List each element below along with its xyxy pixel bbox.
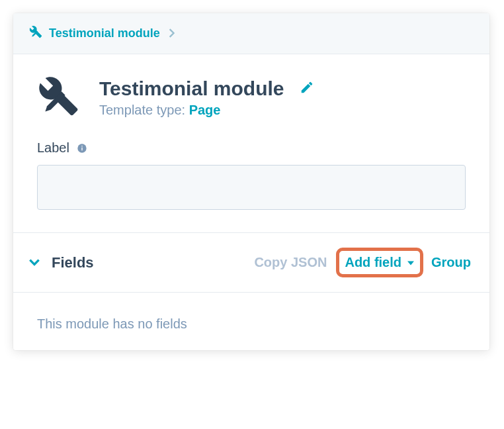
add-field-highlight: Add field	[336, 248, 423, 277]
svg-rect-2	[81, 146, 82, 146]
group-button[interactable]: Group	[431, 255, 471, 270]
chevron-down-icon[interactable]	[29, 256, 40, 269]
breadcrumb-label[interactable]: Testimonial module	[49, 26, 160, 40]
tools-icon	[29, 25, 42, 42]
template-type-prefix: Template type:	[99, 103, 189, 117]
label-row: Label	[37, 140, 466, 156]
label-input[interactable]	[37, 165, 466, 210]
chevron-right-icon	[168, 26, 175, 41]
fields-header: Fields Copy JSON Add field Group	[13, 232, 489, 293]
add-field-label: Add field	[345, 255, 401, 270]
title-row: Testimonial module	[99, 77, 314, 100]
svg-rect-1	[81, 147, 82, 150]
paintbrush-wrench-icon	[37, 74, 81, 120]
label-field-label: Label	[37, 140, 69, 156]
add-field-button[interactable]: Add field	[345, 255, 415, 270]
module-header: Testimonial module Template type: Page	[13, 54, 489, 128]
pencil-icon[interactable]	[300, 80, 314, 97]
template-type-link[interactable]: Page	[189, 103, 221, 117]
module-title: Testimonial module	[99, 77, 284, 100]
label-section: Label	[13, 128, 489, 232]
info-icon[interactable]	[76, 142, 88, 154]
title-block: Testimonial module Template type: Page	[99, 77, 314, 118]
fields-title: Fields	[52, 254, 254, 271]
template-type: Template type: Page	[99, 103, 314, 118]
module-panel: Testimonial module Testimonial module	[13, 13, 489, 350]
copy-json-button[interactable]: Copy JSON	[254, 255, 327, 270]
breadcrumb[interactable]: Testimonial module	[13, 13, 489, 54]
fields-empty-state: This module has no fields	[13, 293, 489, 350]
caret-down-icon	[407, 258, 415, 268]
